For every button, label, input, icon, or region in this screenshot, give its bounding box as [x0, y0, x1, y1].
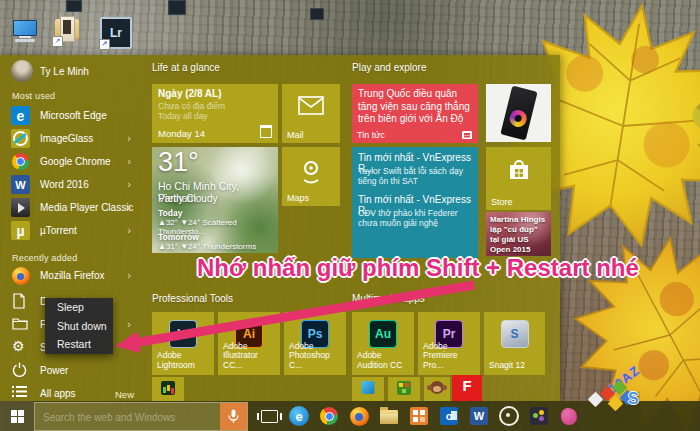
cortana-mic-button[interactable]	[220, 403, 247, 430]
search-input[interactable]	[41, 403, 215, 431]
format-factory-icon	[397, 381, 411, 395]
tile-monkey-app[interactable]	[424, 377, 450, 401]
tile-maps[interactable]: Maps	[282, 147, 340, 206]
tile-label: Adobe Photoshop C...	[289, 342, 343, 371]
group-header-professional-tools: Professional Tools	[152, 293, 233, 304]
desktop-icon-pictures-folder[interactable]: ↗	[55, 16, 81, 44]
chevron-right-icon	[127, 132, 131, 144]
lightroom-icon: Lr	[169, 320, 197, 348]
tile-adobe-premiere[interactable]: Pr Adobe Premiere Pro...	[418, 312, 480, 375]
tile-adobe-illustrator[interactable]: Ai Adobe Illustrator CC...	[218, 312, 280, 375]
chevron-right-icon	[127, 178, 131, 190]
app-label: Microsoft Edge	[40, 110, 107, 121]
shortcut-arrow-icon: ↗	[52, 36, 63, 47]
chevron-right-icon	[127, 201, 131, 213]
desktop-icon-partial[interactable]	[168, 0, 186, 15]
new-badge: New	[115, 389, 134, 400]
app-label: ImageGlass	[40, 133, 93, 144]
tile-vnexpress-news[interactable]: Tin mới nhất - VnExpress R... Taylor Swi…	[352, 147, 478, 258]
chevron-right-icon	[127, 155, 131, 167]
tile-calendar[interactable]: Ngày (2/8 AL) Chưa có địa điểm Today all…	[152, 84, 278, 143]
desktop-icon-partial[interactable]	[310, 8, 324, 20]
user-avatar	[11, 60, 33, 82]
menu-item-sleep[interactable]: Sleep	[45, 298, 113, 317]
tile-label: Maps	[287, 193, 309, 203]
sidebar-item-mozilla-firefox[interactable]: Mozilla Firefox	[0, 265, 145, 287]
annotation-text: Nhớ nhấn giữ phím Shift + Restart nhé	[197, 254, 639, 282]
tile-adobe-photoshop[interactable]: Ps Adobe Photoshop C...	[284, 312, 346, 375]
monkey-icon	[430, 381, 444, 394]
tile-label: Adobe Illustrator CC...	[223, 342, 277, 371]
start-button[interactable]	[0, 401, 34, 431]
sidebar-item-power[interactable]: Power	[0, 362, 145, 382]
tile-small-app[interactable]	[152, 377, 184, 401]
file-explorer-icon	[380, 410, 398, 424]
audition-icon: Au	[369, 320, 397, 348]
sidebar-item-imageglass[interactable]: ImageGlass	[0, 128, 145, 150]
mic-icon	[228, 409, 239, 424]
sidebar-item-media-player-classic[interactable]: Media Player Classic	[0, 197, 145, 219]
tile-weather[interactable]: 31° Ho Chi Minh City, Vietnam Partly Clo…	[152, 147, 278, 253]
taskbar-firefox[interactable]	[344, 401, 374, 431]
weather-tomorrow-detail: ▲31° ▼24° Thunderstorms	[158, 242, 256, 251]
menu-item-shut-down[interactable]: Shut down	[45, 317, 113, 336]
sports-headline: Martina Hingis lập "cú đúp" tại giải US …	[490, 215, 548, 255]
taskbar-app-orange-blocks[interactable]	[404, 401, 434, 431]
tile-store-ad-phone[interactable]	[486, 84, 551, 142]
file-explorer-icon	[12, 316, 28, 332]
gear-icon: ⚙	[12, 338, 28, 354]
tile-adobe-lightroom[interactable]: Lr Adobe Lightroom	[152, 312, 214, 375]
news-icon	[462, 131, 472, 139]
color-ring-icon	[508, 108, 529, 129]
sidebar-item-google-chrome[interactable]: Google Chrome	[0, 151, 145, 173]
desktop-icon-lightroom[interactable]: Lr ↗	[100, 17, 132, 49]
taskbar-word[interactable]: W	[464, 401, 494, 431]
desktop-icon-partial[interactable]	[66, 0, 82, 12]
tile-adobe-audition[interactable]: Au Adobe Audition CC	[352, 312, 414, 375]
flipboard-icon: F	[462, 377, 471, 394]
task-view-icon	[261, 410, 278, 423]
tile-kodi[interactable]	[352, 377, 384, 401]
user-account-button[interactable]: Ty Le Minh	[0, 59, 145, 81]
chart-app-icon	[161, 381, 175, 395]
tile-store[interactable]: Store	[486, 147, 551, 210]
mail-icon	[298, 96, 324, 119]
taskbar-search	[34, 402, 248, 431]
tile-snagit[interactable]: S Snagit 12	[484, 312, 545, 375]
taskbar-file-explorer[interactable]	[374, 401, 404, 431]
chevron-right-icon	[127, 224, 131, 236]
menu-item-restart[interactable]: Restart	[45, 335, 113, 354]
tile-flipboard[interactable]: F	[452, 375, 482, 401]
word-icon: W	[470, 407, 488, 425]
sidebar-item-word-2016[interactable]: W Word 2016	[0, 174, 145, 196]
sidebar-item-utorrent[interactable]: µ µTorrent	[0, 220, 145, 242]
phone-icon	[500, 86, 537, 141]
blocks-app-icon	[410, 407, 428, 425]
task-view-button[interactable]	[254, 401, 284, 431]
taskbar-edge[interactable]: e	[284, 401, 314, 431]
kodi-icon	[362, 381, 375, 394]
chrome-icon	[11, 152, 30, 171]
word-icon: W	[11, 175, 30, 194]
taskbar-app-pink[interactable]	[554, 401, 584, 431]
weather-temp: 31°	[158, 147, 199, 178]
edge-icon: e	[289, 406, 309, 426]
outlook-icon: o	[440, 407, 458, 425]
tile-format-factory[interactable]	[388, 377, 420, 401]
taskbar-app-ring[interactable]	[494, 401, 524, 431]
taskbar-chrome[interactable]	[314, 401, 344, 431]
sidebar-item-microsoft-edge[interactable]: e Microsoft Edge	[0, 105, 145, 127]
calendar-date: Monday 14	[158, 128, 205, 139]
lightroom-glyph: Lr	[110, 26, 122, 40]
desktop-icon-this-pc[interactable]	[12, 18, 38, 44]
taskbar-outlook[interactable]: o	[434, 401, 464, 431]
firefox-icon	[11, 266, 30, 285]
firefox-icon	[350, 407, 369, 426]
app-label: Word 2016	[40, 179, 89, 190]
taskbar-app-colorful[interactable]	[524, 401, 554, 431]
tile-mail[interactable]: Mail	[282, 84, 340, 143]
power-icon	[12, 362, 28, 378]
media-player-classic-icon	[11, 198, 30, 217]
tile-sports-news[interactable]: Martina Hingis lập "cú đúp" tại giải US …	[486, 212, 551, 256]
tile-news[interactable]: Trung Quốc điều quân tăng viện sau căng …	[352, 84, 478, 143]
